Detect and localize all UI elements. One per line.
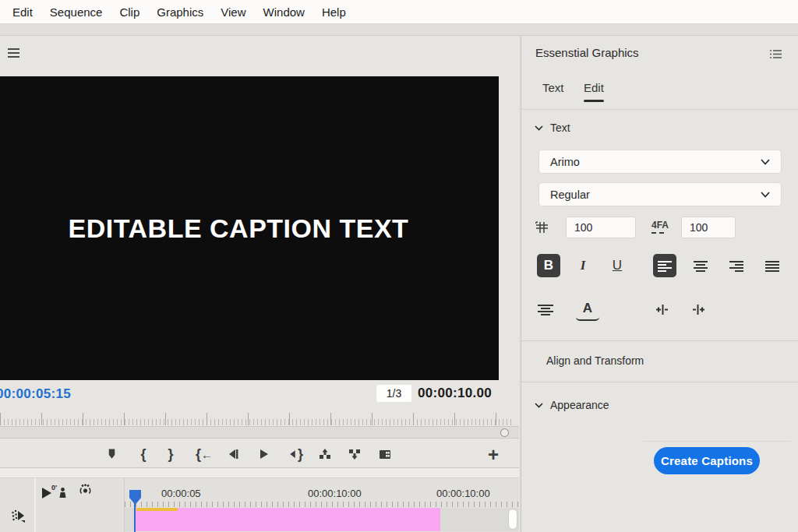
timeline-top-strip bbox=[0, 468, 519, 478]
caption-text[interactable]: EDITABLE CAPTION TEXT bbox=[69, 213, 409, 244]
current-timecode[interactable]: 00:00:05:15 bbox=[0, 386, 71, 402]
caption-track bbox=[125, 508, 519, 531]
go-to-out-button[interactable]: } bbox=[285, 446, 305, 462]
font-family-select[interactable]: Arimo bbox=[538, 150, 782, 174]
tab-stop-right-button[interactable] bbox=[686, 298, 709, 321]
mark-out-button[interactable]: } bbox=[163, 446, 178, 462]
workspace-divider bbox=[0, 24, 798, 36]
chevron-down-icon bbox=[761, 192, 770, 198]
tab-text[interactable]: Text bbox=[542, 81, 564, 94]
caption-clip[interactable] bbox=[135, 508, 440, 531]
italic-button[interactable]: I bbox=[571, 254, 595, 277]
font-style-select[interactable]: Regular bbox=[538, 182, 782, 206]
timeline-panel: 0' 00:00:05 00:00:10:00 00:00:10:00 bbox=[0, 467, 519, 532]
chevron-down-icon bbox=[761, 159, 770, 165]
timeline-ruler[interactable] bbox=[125, 502, 519, 507]
chevron-down-icon bbox=[535, 125, 543, 131]
export-frame-button[interactable] bbox=[377, 446, 393, 462]
timeline-timecode-3: 00:00:10:00 bbox=[436, 488, 490, 499]
clip-selection-marker bbox=[136, 508, 178, 511]
tracking-input[interactable] bbox=[681, 217, 736, 238]
divider bbox=[521, 382, 798, 382]
align-transform-section-header[interactable]: Align and Transform bbox=[546, 354, 644, 367]
lift-button[interactable] bbox=[317, 446, 333, 462]
appearance-section-header[interactable]: Appearance bbox=[535, 399, 609, 411]
menu-edit[interactable]: Edit bbox=[12, 5, 41, 19]
align-center-button[interactable] bbox=[689, 254, 712, 277]
menu-graphics[interactable]: Graphics bbox=[148, 5, 212, 19]
go-to-in-button[interactable]: {← bbox=[194, 446, 214, 462]
menu-window[interactable]: Window bbox=[255, 5, 313, 19]
step-back-button[interactable] bbox=[225, 446, 241, 462]
playhead-line bbox=[134, 503, 136, 532]
monitor-zoom-scrollbar[interactable] bbox=[0, 426, 519, 439]
essential-graphics-panel: Essenstial Graphics Text Edit Text Arimo… bbox=[521, 36, 798, 532]
justify-button[interactable] bbox=[761, 254, 784, 277]
tab-edit[interactable]: Edit bbox=[584, 81, 604, 102]
duration-timecode: 00:00:10.00 bbox=[418, 386, 492, 401]
divider bbox=[521, 109, 798, 110]
tab-stop-left-button[interactable] bbox=[651, 298, 674, 321]
create-captions-button[interactable]: Create Captions bbox=[654, 447, 760, 474]
timeline-timecode-2: 00:00:10:00 bbox=[308, 488, 362, 499]
appearance-section-label: Appearance bbox=[550, 399, 609, 411]
play-button[interactable] bbox=[256, 446, 271, 462]
menu-view[interactable]: View bbox=[212, 5, 254, 19]
underline-button[interactable]: U bbox=[606, 254, 629, 277]
panel-title: Essenstial Graphics bbox=[535, 46, 639, 59]
font-size-input[interactable] bbox=[566, 217, 636, 238]
menu-bar: Edit Sequence Clip Graphics View Window … bbox=[0, 0, 798, 24]
premiere-app-window: Edit Sequence Clip Graphics View Window … bbox=[0, 0, 798, 532]
menu-clip[interactable]: Clip bbox=[111, 5, 148, 19]
menu-help[interactable]: Help bbox=[313, 5, 355, 19]
transport-controls: { } {← } + bbox=[0, 441, 519, 467]
text-section-label: Text bbox=[550, 122, 570, 134]
panel-menu-icon[interactable] bbox=[769, 48, 782, 62]
divider bbox=[643, 441, 791, 442]
font-style-value: Regular bbox=[550, 188, 590, 201]
bold-button[interactable]: B bbox=[537, 254, 560, 277]
motion-settings-icon[interactable] bbox=[78, 484, 93, 500]
mark-in-button[interactable]: { bbox=[136, 446, 151, 462]
tracking-icon: 4FA bbox=[651, 220, 669, 234]
menu-sequence[interactable]: Sequence bbox=[41, 5, 111, 19]
program-monitor: EDITABLE CAPTION TEXT bbox=[0, 76, 499, 380]
monitor-status-row: 00:00:05:15 1/3 00:00:10.00 bbox=[0, 380, 519, 407]
align-left-button[interactable] bbox=[653, 254, 676, 277]
play-icon[interactable] bbox=[41, 487, 52, 502]
clip-indicator: 1/3 bbox=[376, 385, 411, 402]
font-size-icon bbox=[535, 220, 549, 238]
monitor-scrub-ruler[interactable] bbox=[0, 411, 514, 425]
caption-speaker-icon[interactable]: 0' bbox=[51, 485, 68, 499]
text-section-header[interactable]: Text bbox=[535, 122, 570, 134]
text-color-button[interactable]: A bbox=[576, 298, 599, 321]
render-preview-icon[interactable] bbox=[11, 509, 26, 527]
justify-center-last-button[interactable] bbox=[534, 298, 557, 321]
font-family-value: Arimo bbox=[550, 156, 580, 168]
hamburger-menu-icon[interactable] bbox=[8, 48, 19, 58]
scrub-handle[interactable] bbox=[500, 428, 509, 437]
extract-button[interactable] bbox=[347, 446, 362, 462]
add-control-button[interactable]: + bbox=[488, 444, 499, 466]
divider bbox=[521, 340, 798, 341]
timeline-timecode-1: 00:00:05 bbox=[161, 488, 201, 499]
align-right-button[interactable] bbox=[725, 254, 748, 277]
add-marker-button[interactable] bbox=[104, 446, 119, 462]
timeline-scrollbar-handle[interactable] bbox=[508, 509, 517, 530]
program-monitor-panel: EDITABLE CAPTION TEXT 00:00:05:15 1/3 00… bbox=[0, 36, 519, 467]
chevron-down-icon bbox=[535, 403, 543, 408]
